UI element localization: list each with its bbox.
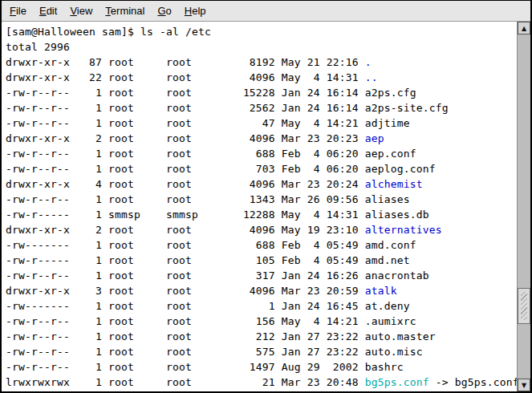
file-name: .aumixrc bbox=[365, 315, 416, 327]
terminal-line: drwxr-xr-x 3 root root 4096 Mar 23 20:59… bbox=[6, 283, 517, 298]
file-name: bashrc bbox=[365, 361, 404, 373]
terminal-line: lrwxrwxrwx 1 root root 21 Mar 23 20:48 b… bbox=[6, 375, 517, 390]
menubar: FileEditViewTerminalGoHelp bbox=[2, 1, 530, 22]
scrollbar-thumb-grip-icon bbox=[521, 292, 527, 320]
scroll-down-icon: ▼ bbox=[522, 382, 526, 389]
file-name: . bbox=[365, 56, 372, 68]
menu-item-file[interactable]: File bbox=[3, 2, 33, 19]
terminal-line: -rw------- 1 root root 688 Feb 4 05:49 a… bbox=[6, 237, 517, 253]
file-name: alternatives bbox=[365, 224, 442, 236]
terminal-output[interactable]: [sam@Halloween sam]$ ls -al /etctotal 29… bbox=[2, 22, 517, 391]
total-line: total 2996 bbox=[6, 39, 517, 55]
scroll-up-button[interactable]: ▲ bbox=[518, 22, 530, 34]
terminal-line: drwxr-xr-x 87 root root 8192 May 21 22:1… bbox=[6, 55, 517, 70]
menu-item-help[interactable]: Help bbox=[178, 2, 213, 19]
menu-item-edit[interactable]: Edit bbox=[33, 2, 63, 19]
file-name: aep bbox=[365, 132, 384, 144]
menu-item-go[interactable]: Go bbox=[151, 2, 177, 19]
file-name: aliases.db bbox=[365, 209, 429, 221]
terminal-line: -rw-r--r-- 1 root root 688 Feb 4 06:20 a… bbox=[6, 146, 517, 161]
scroll-up-icon: ▲ bbox=[522, 25, 526, 32]
terminal-line: drwxr-xr-x 2 root root 4096 May 19 23:10… bbox=[6, 222, 517, 237]
terminal-line: -rw-r--r-- 1 root root 317 Jan 24 16:26 … bbox=[6, 268, 517, 283]
file-name: auto.misc bbox=[365, 346, 423, 358]
scrollbar-trough[interactable] bbox=[518, 34, 530, 379]
terminal-window: FileEditViewTerminalGoHelp [sam@Hallowee… bbox=[0, 0, 532, 393]
file-name: auto.master bbox=[365, 330, 436, 342]
terminal-line: -rw-r--r-- 1 root root 1343 Mar 26 09:56… bbox=[6, 192, 517, 207]
terminal-line: -rw-r--r-- 1 root root 15228 Jan 24 16:1… bbox=[6, 85, 517, 100]
file-name: atalk bbox=[365, 285, 397, 297]
terminal-line: -rw-r--r-- 1 root root 575 Jan 27 23:22 … bbox=[6, 344, 517, 359]
file-name: aep.conf bbox=[365, 148, 416, 160]
scrollbar[interactable]: ▲ ▼ bbox=[517, 22, 530, 391]
file-name: aeplog.conf bbox=[365, 163, 436, 175]
file-name: amd.conf bbox=[365, 239, 416, 251]
file-name: adjtime bbox=[365, 117, 410, 129]
menu-item-terminal[interactable]: Terminal bbox=[99, 2, 151, 19]
terminal-line: -rw-r--r-- 1 root root 156 May 4 14:21 .… bbox=[6, 314, 517, 329]
terminal-line: drwxr-xr-x 4 root root 4096 Mar 23 20:24… bbox=[6, 176, 517, 192]
prompt-line: [sam@Halloween sam]$ ls -al /etc bbox=[6, 24, 517, 39]
file-name: bg5ps.conf bbox=[365, 376, 429, 388]
file-name: amd.net bbox=[365, 254, 410, 266]
scroll-down-button[interactable]: ▼ bbox=[518, 379, 530, 391]
file-name: at.deny bbox=[365, 300, 410, 312]
file-name: .. bbox=[365, 71, 378, 83]
menu-item-view[interactable]: View bbox=[63, 2, 99, 19]
terminal-line: -rw-r----- 1 root root 105 Feb 4 05:49 a… bbox=[6, 253, 517, 268]
terminal-line: drwxr-xr-x 2 root root 4096 Mar 23 20:23… bbox=[6, 131, 517, 146]
terminal-line: -rw-r--r-- 1 root root 703 Feb 4 06:20 a… bbox=[6, 161, 517, 176]
scrollbar-thumb[interactable] bbox=[518, 288, 530, 324]
file-name: a2ps-site.cfg bbox=[365, 102, 449, 114]
file-name: anacrontab bbox=[365, 269, 429, 282]
terminal-line: -rw-r--r-- 1 root root 47 May 4 14:21 ad… bbox=[6, 115, 517, 131]
terminal-line: drwxr-xr-x 22 root root 4096 May 4 14:31… bbox=[6, 70, 517, 85]
terminal-line: -rw-r--r-- 1 root root 2562 Jan 24 16:14… bbox=[6, 100, 517, 115]
file-name: a2ps.cfg bbox=[365, 87, 416, 99]
file-name: aliases bbox=[365, 193, 410, 205]
terminal-line: -rw-r--r-- 1 root root 212 Jan 27 23:22 … bbox=[6, 329, 517, 344]
terminal-line: -rw-r--r-- 1 root root 1497 Aug 29 2002 … bbox=[6, 359, 517, 375]
terminal-line: -rw-r----- 1 smmsp smmsp 12288 May 4 14:… bbox=[6, 207, 517, 222]
file-name: alchemist bbox=[365, 178, 423, 190]
terminal-line: -rw------- 1 root root 1 Jan 24 16:45 at… bbox=[6, 298, 517, 314]
